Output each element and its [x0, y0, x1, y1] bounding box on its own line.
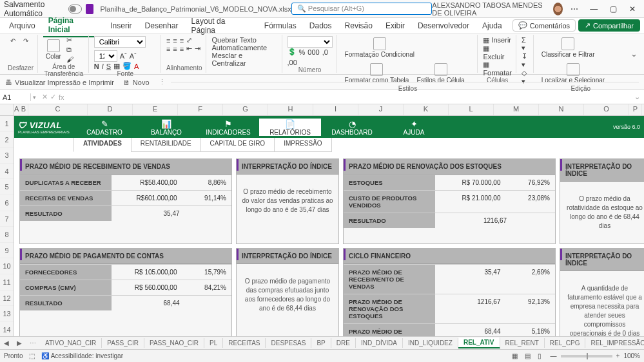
align-right-icon[interactable]: ≡	[180, 45, 184, 53]
italic-button[interactable]: I	[102, 62, 104, 70]
bold-button[interactable]: N	[94, 62, 99, 70]
col-A[interactable]: A	[14, 104, 19, 115]
tab-data[interactable]: Dados	[304, 19, 337, 32]
subtab-atividades[interactable]: ATIVIDADES	[73, 138, 132, 152]
tab-formulas[interactable]: Fórmulas	[259, 19, 302, 32]
row-2[interactable]: 2	[0, 132, 14, 148]
col-B[interactable]: B	[19, 104, 28, 115]
decrease-font-icon[interactable]: Aˇ	[130, 52, 137, 60]
format-cells-button[interactable]: ▦ Formatar	[483, 61, 512, 77]
col-M[interactable]: M	[494, 104, 539, 115]
col-C[interactable]: C	[28, 104, 88, 115]
sheet-tab[interactable]: IND_LIQUIDEZ	[403, 338, 458, 348]
view-page-layout-icon[interactable]: ▤	[522, 352, 533, 359]
col-E[interactable]: E	[133, 104, 178, 115]
close-button[interactable]: ✕	[625, 0, 640, 18]
row-8[interactable]: 8	[0, 227, 14, 243]
wrap-text-button[interactable]: Quebrar Texto Automaticamente	[211, 36, 277, 52]
decimal-inc-icon[interactable]: ,0	[322, 48, 328, 56]
currency-icon[interactable]: 💲	[288, 48, 297, 56]
tab-developer[interactable]: Desenvolvedor	[413, 19, 474, 32]
avatar[interactable]	[553, 3, 563, 15]
clear-button[interactable]: ◇ ▾	[522, 69, 529, 86]
sheet-tab[interactable]: ATIVO_NAO_CIR	[40, 338, 102, 348]
maximize-button[interactable]: ▢	[605, 0, 621, 18]
copy-icon[interactable]: ⧉	[66, 46, 73, 54]
row-1[interactable]: 1	[0, 116, 14, 132]
insert-cells-button[interactable]: ▦ Inserir	[483, 36, 511, 44]
increase-font-icon[interactable]: Aˆ	[120, 52, 127, 60]
sheet-tab[interactable]: REL_IMPRESSÃO	[585, 338, 644, 348]
fill-button[interactable]: ↧ ▾	[522, 52, 529, 69]
tab-overflow-icon[interactable]: ⋯	[26, 339, 40, 347]
col-H[interactable]: H	[268, 104, 313, 115]
status-macro-icon[interactable]: ⬚	[29, 352, 35, 359]
nav-balanco[interactable]: 📊BALANÇO	[135, 119, 197, 136]
font-name-select[interactable]: Calibri	[94, 36, 146, 48]
row-5[interactable]: 5	[0, 179, 14, 195]
share-button[interactable]: ↗Compartilhar	[578, 19, 640, 32]
minimize-button[interactable]: —	[586, 0, 601, 18]
align-top-icon[interactable]: ≡	[166, 37, 170, 44]
font-size-select[interactable]: 12	[94, 50, 117, 62]
tab-insert[interactable]: Inserir	[105, 19, 137, 32]
delete-cells-button[interactable]: ▦ Excluir	[483, 44, 512, 61]
nav-relatorios[interactable]: 📄RELATÓRIOS	[259, 119, 321, 136]
col-D[interactable]: D	[88, 104, 133, 115]
row-6[interactable]: 6	[0, 195, 14, 211]
font-color-icon[interactable]: A	[134, 62, 139, 70]
sheet-tab[interactable]: PASS_NAO_CIR	[144, 338, 204, 348]
select-all-corner[interactable]	[0, 104, 14, 115]
indent-inc-icon[interactable]: ⇥	[195, 44, 200, 53]
new-document-button[interactable]: 🗎Novo	[123, 79, 150, 86]
expand-formula-bar-icon[interactable]: ⌄	[630, 93, 644, 101]
merge-center-button[interactable]: Mesclar e Centralizar	[211, 52, 277, 67]
format-painter-icon[interactable]: 🖌	[66, 55, 73, 63]
redo-button[interactable]: ↷	[21, 36, 31, 46]
enter-formula-icon[interactable]: ✓	[50, 93, 56, 101]
name-box[interactable]: A1	[0, 93, 31, 101]
nav-indicadores[interactable]: ⚑INDICADORES	[197, 119, 259, 136]
zoom-slider[interactable]	[561, 355, 612, 357]
subtab-capital-giro[interactable]: CAPITAL DE GIRO	[200, 138, 275, 152]
zoom-in-button[interactable]: +	[616, 352, 620, 359]
sheet-tab[interactable]: REL_CPG	[545, 338, 586, 348]
row-12[interactable]: 12	[0, 291, 14, 307]
thousands-icon[interactable]: 000	[307, 48, 319, 56]
nav-ajuda[interactable]: ✦AJUDA	[383, 119, 445, 136]
subtab-rentabilidade[interactable]: RENTABILIDADE	[131, 138, 201, 152]
col-I[interactable]: I	[313, 104, 358, 115]
sheet-tab[interactable]: DESPESAS	[266, 338, 311, 348]
sheet-tab[interactable]: PASS_CIR	[102, 338, 144, 348]
cancel-formula-icon[interactable]: ✕	[42, 93, 48, 101]
ribbon-collapse-icon[interactable]: ⌄	[630, 49, 638, 59]
sheet-tab[interactable]: REL_RENT	[500, 338, 545, 348]
col-J[interactable]: J	[358, 104, 404, 115]
save-icon[interactable]	[86, 4, 93, 14]
sheet-canvas[interactable]: 🛡 VIZUAL PLANILHAS EMPRESARIAIS ✎CADASTR…	[14, 116, 644, 354]
row-14[interactable]: 14	[0, 322, 14, 338]
comments-button[interactable]: 💬Comentários	[512, 19, 576, 32]
sheet-tab[interactable]: RECEITAS	[223, 338, 266, 348]
cond-format-button[interactable]: Formatação Condicional	[342, 36, 417, 59]
tab-help[interactable]: Ajuda	[477, 19, 507, 32]
sheet-tab[interactable]: PL	[204, 338, 223, 348]
tab-page-layout[interactable]: Layout da Página	[186, 15, 257, 37]
decimal-dec-icon[interactable]: ,00	[288, 59, 297, 66]
col-O[interactable]: O	[584, 104, 629, 115]
tab-scroll-left[interactable]: ◀	[0, 339, 13, 347]
indent-dec-icon[interactable]: ⇤	[186, 44, 192, 53]
align-middle-icon[interactable]: ≡	[173, 37, 177, 44]
sheet-tab[interactable]: DRE	[331, 338, 356, 348]
col-G[interactable]: G	[223, 104, 268, 115]
status-accessibility[interactable]: ♿ Acessibilidade: investigar	[41, 352, 123, 359]
subtab-impressao[interactable]: IMPRESSÃO	[274, 138, 331, 152]
view-normal-icon[interactable]: ▦	[509, 352, 520, 359]
undo-button[interactable]: ↶	[8, 36, 18, 46]
qat-overflow-icon[interactable]: ⋮	[159, 78, 166, 86]
zoom-out-button[interactable]: —	[551, 352, 557, 359]
sheet-tab-active[interactable]: REL_ATIV	[458, 338, 500, 348]
ribbon-options-icon[interactable]: ⋯	[567, 0, 582, 18]
align-center-icon[interactable]: ≡	[173, 45, 177, 53]
tab-draw[interactable]: Desenhar	[140, 19, 184, 32]
